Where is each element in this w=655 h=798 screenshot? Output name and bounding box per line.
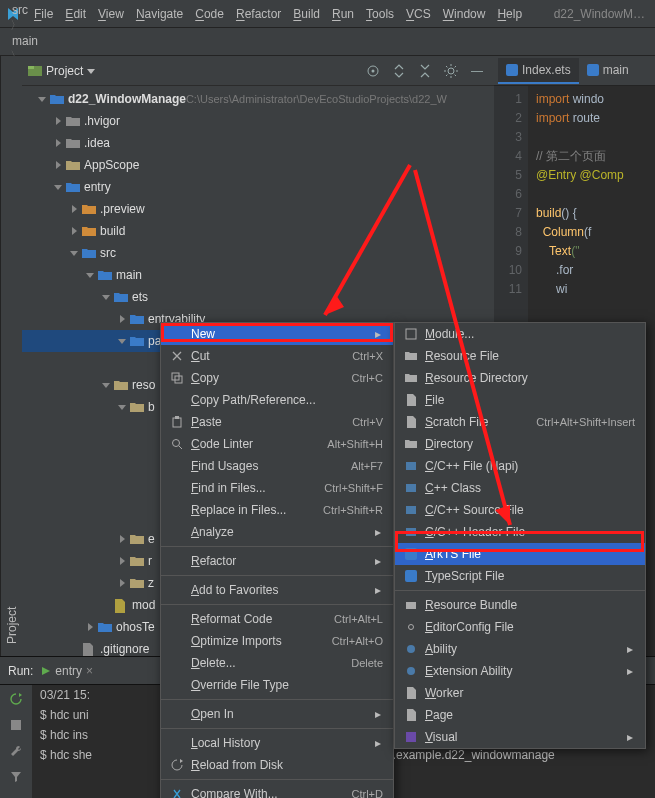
menu-item-reload-from-disk[interactable]: Reload from Disk — [161, 754, 393, 776]
tree-item[interactable]: build — [22, 220, 494, 242]
menu-item-optimize-imports[interactable]: Optimize ImportsCtrl+Alt+O — [161, 630, 393, 652]
menu-item-reformat-code[interactable]: Reformat CodeCtrl+Alt+L — [161, 608, 393, 630]
menu-run[interactable]: Run — [326, 3, 360, 25]
menu-item-copy[interactable]: CopyCtrl+C — [161, 367, 393, 389]
rerun-icon[interactable] — [6, 689, 26, 709]
menu-item-override-file-type[interactable]: Override File Type — [161, 674, 393, 696]
tool-window-stripe[interactable]: Project — [0, 56, 22, 656]
breadcrumb-item[interactable]: main — [8, 34, 134, 48]
menu-item-delete-[interactable]: Delete...Delete — [161, 652, 393, 674]
run-label: Run: — [8, 664, 33, 678]
menu-item-arkts-file[interactable]: ArkTS File — [395, 543, 645, 565]
svg-rect-18 — [406, 506, 416, 514]
menu-build[interactable]: Build — [287, 3, 326, 25]
menu-item-analyze[interactable]: Analyze▸ — [161, 521, 393, 543]
tree-item[interactable]: entry — [22, 176, 494, 198]
menu-window[interactable]: Window — [437, 3, 492, 25]
menu-item-new[interactable]: New▸ — [161, 323, 393, 345]
menu-item-find-usages[interactable]: Find UsagesAlt+F7 — [161, 455, 393, 477]
tree-item[interactable]: .idea — [22, 132, 494, 154]
svg-point-25 — [407, 667, 415, 675]
editor-tabs: Index.etsmain — [494, 56, 655, 86]
svg-rect-21 — [405, 570, 417, 582]
run-tab-label[interactable]: entry — [55, 664, 82, 678]
menu-item-copy-path-reference-[interactable]: Copy Path/Reference... — [161, 389, 393, 411]
menu-tools[interactable]: Tools — [360, 3, 400, 25]
locate-icon[interactable] — [362, 60, 384, 82]
menu-item-directory[interactable]: Directory — [395, 433, 645, 455]
menu-item-extension-ability[interactable]: Extension Ability▸ — [395, 660, 645, 682]
svg-point-23 — [409, 625, 414, 630]
menu-item-page[interactable]: Page — [395, 704, 645, 726]
menu-item-add-to-favorites[interactable]: Add to Favorites▸ — [161, 579, 393, 601]
menu-item-paste[interactable]: PasteCtrl+V — [161, 411, 393, 433]
window-title: d22_WindowM… — [554, 7, 651, 21]
gear-icon[interactable] — [440, 60, 462, 82]
menu-item-find-in-files-[interactable]: Find in Files...Ctrl+Shift+F — [161, 477, 393, 499]
menu-item-resource-directory[interactable]: Resource Directory — [395, 367, 645, 389]
menu-item-c-c-header-file[interactable]: C/C++ Header File — [395, 521, 645, 543]
menu-item-typescript-file[interactable]: TypeScript File — [395, 565, 645, 587]
hide-icon[interactable]: — — [466, 60, 488, 82]
svg-point-5 — [448, 68, 454, 74]
menu-item-replace-in-files-[interactable]: Replace in Files...Ctrl+Shift+R — [161, 499, 393, 521]
panel-header: Project — — [22, 56, 494, 86]
context-menu-new[interactable]: Module...Resource FileResource Directory… — [394, 322, 646, 749]
menu-navigate[interactable]: Navigate — [130, 3, 189, 25]
menu-item-ability[interactable]: Ability▸ — [395, 638, 645, 660]
svg-rect-7 — [587, 64, 599, 76]
menu-item-c-c-source-file[interactable]: C/C++ Source File — [395, 499, 645, 521]
wrench-icon[interactable] — [6, 741, 26, 761]
project-tool-tab[interactable]: Project — [2, 56, 22, 650]
editor-tab[interactable]: Index.ets — [498, 58, 579, 84]
menu-refactor[interactable]: Refactor — [230, 3, 287, 25]
tree-item[interactable]: main — [22, 264, 494, 286]
panel-title[interactable]: Project — [46, 64, 83, 78]
breadcrumb-bar: d22_WindowManage〉entry〉src〉main〉ets〉page… — [0, 28, 655, 56]
menu-item-cut[interactable]: CutCtrl+X — [161, 345, 393, 367]
editor-tab[interactable]: main — [579, 58, 637, 84]
filter-icon[interactable] — [6, 767, 26, 787]
tree-item[interactable]: ets — [22, 286, 494, 308]
svg-rect-12 — [175, 416, 179, 419]
svg-rect-16 — [406, 462, 416, 470]
svg-rect-22 — [406, 602, 416, 609]
tree-item[interactable]: .preview — [22, 198, 494, 220]
menu-item-refactor[interactable]: Refactor▸ — [161, 550, 393, 572]
menu-item-compare-with-[interactable]: Compare With...Ctrl+D — [161, 783, 393, 798]
svg-rect-17 — [406, 484, 416, 492]
menu-item-visual[interactable]: Visual▸ — [395, 726, 645, 748]
svg-rect-2 — [28, 66, 34, 69]
menu-item-resource-bundle[interactable]: Resource Bundle — [395, 594, 645, 616]
collapse-all-icon[interactable] — [414, 60, 436, 82]
tree-item[interactable]: AppScope — [22, 154, 494, 176]
run-toolbar — [0, 685, 32, 798]
menu-item-local-history[interactable]: Local History▸ — [161, 732, 393, 754]
expand-all-icon[interactable] — [388, 60, 410, 82]
menu-item-scratch-file[interactable]: Scratch FileCtrl+Alt+Shift+Insert — [395, 411, 645, 433]
tree-item[interactable]: d22_WindowManage C:\Users\Administrator\… — [22, 88, 494, 110]
svg-rect-11 — [173, 418, 181, 427]
breadcrumb-item[interactable]: src — [8, 3, 134, 17]
stop-icon[interactable] — [6, 715, 26, 735]
svg-rect-8 — [11, 720, 21, 730]
menu-item-worker[interactable]: Worker — [395, 682, 645, 704]
menu-item-open-in[interactable]: Open In▸ — [161, 703, 393, 725]
menu-item-code-linter[interactable]: Code LinterAlt+Shift+H — [161, 433, 393, 455]
svg-line-14 — [179, 446, 182, 449]
menu-item-file[interactable]: File — [395, 389, 645, 411]
menu-item-resource-file[interactable]: Resource File — [395, 345, 645, 367]
svg-rect-20 — [405, 548, 417, 560]
menu-item-c-class[interactable]: C++ Class — [395, 477, 645, 499]
menu-item-editorconfig-file[interactable]: EditorConfig File — [395, 616, 645, 638]
menu-help[interactable]: Help — [491, 3, 528, 25]
tree-item[interactable]: .hvigor — [22, 110, 494, 132]
tree-item[interactable]: src — [22, 242, 494, 264]
menu-item-c-c-file-napi-[interactable]: C/C++ File (Napi) — [395, 455, 645, 477]
context-menu-main[interactable]: New▸CutCtrl+XCopyCtrl+CCopy Path/Referen… — [160, 322, 394, 798]
svg-rect-26 — [406, 732, 416, 742]
menu-code[interactable]: Code — [189, 3, 230, 25]
svg-point-24 — [407, 645, 415, 653]
menu-item-module-[interactable]: Module... — [395, 323, 645, 345]
menu-vcs[interactable]: VCS — [400, 3, 437, 25]
